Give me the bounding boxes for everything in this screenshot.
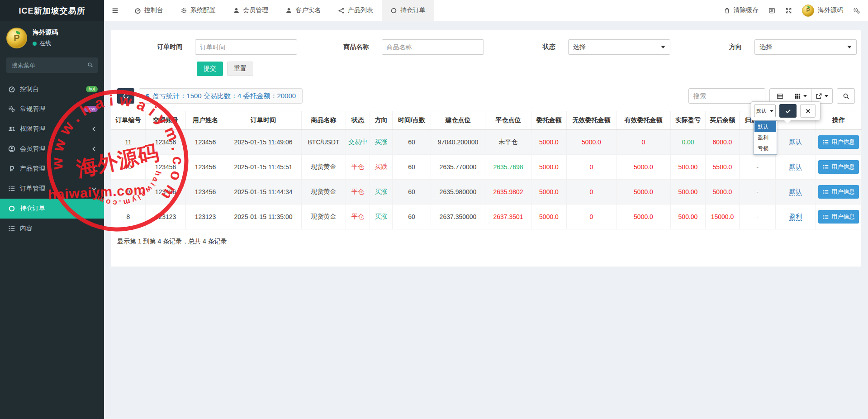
nav-item-label: 系统配置 (190, 6, 216, 14)
nav-item[interactable]: 控制台 (126, 0, 172, 21)
type-link[interactable]: 盈利 (789, 213, 802, 221)
cell-valid-amount: 5000.0 (617, 205, 671, 229)
caret-down-icon (770, 110, 773, 112)
cell-time: 2025-01-15 11:35:00 (225, 205, 302, 229)
cell-profit: 500.00 (671, 155, 706, 180)
filter-direction: 方向 选择 (670, 39, 857, 55)
cell-product: 现货黄金 (302, 205, 346, 229)
sidebar-search-input[interactable] (6, 57, 98, 73)
type-link[interactable]: 默认 (789, 188, 802, 196)
order-time-input[interactable] (195, 39, 297, 55)
sidebar-item[interactable]: 内容 (0, 219, 104, 238)
table-toolbar: $ 盈亏统计：1500 交易比数：4 委托金额：20000 (117, 88, 855, 104)
filter-product-name: 商品名称 (297, 39, 484, 55)
caret-down-icon (803, 95, 807, 97)
cell-type: 默认 (776, 130, 816, 155)
sidebar-search (6, 57, 98, 73)
cogs-icon (853, 7, 860, 14)
user-info-button[interactable]: 用户信息 (818, 210, 859, 224)
profit-stats: $ 盈亏统计：1500 交易比数：4 委托金额：20000 (139, 88, 303, 104)
column-header: 有效委托金额 (617, 111, 671, 130)
sidebar-item-label: 控制台 (20, 85, 39, 93)
nav-item[interactable]: 客户实名 (277, 0, 329, 21)
navbar-user-menu[interactable]: P 海外源码 (802, 5, 843, 17)
type-link[interactable]: 默认 (789, 138, 802, 146)
submit-button[interactable]: 提交 (197, 62, 223, 76)
cell-account: 123456 (146, 130, 186, 155)
column-header: 方向 (370, 111, 393, 130)
sidebar-item[interactable]: 控制台hot (0, 79, 104, 99)
search-button[interactable] (837, 88, 855, 104)
table-row: 81231231231232025-01-15 11:35:00现货黄金平仓买涨… (111, 205, 862, 229)
cell-invalid-amount: 0 (567, 155, 617, 180)
search-icon (87, 62, 93, 68)
cell-period: 60 (393, 180, 431, 205)
popup-select[interactable]: 默认 (754, 105, 776, 117)
filter-actions: 提交 重置 (197, 62, 861, 76)
nav-item[interactable]: 持仓订单 (382, 0, 434, 21)
popup-cancel-button[interactable] (800, 104, 816, 118)
type-link[interactable]: 默认 (789, 163, 802, 171)
sidebar-item[interactable]: 持仓订单 (0, 199, 104, 219)
column-header: 商品名称 (302, 111, 346, 130)
popup-option[interactable]: 亏损 (754, 143, 776, 154)
direction-select[interactable]: 选择 (754, 39, 857, 55)
cogs-icon (8, 105, 15, 113)
popup-option[interactable]: 盈利 (754, 132, 776, 143)
product-name-input[interactable] (382, 39, 484, 55)
nav-item-label: 持仓订单 (400, 6, 426, 14)
column-header: 用户姓名 (186, 111, 225, 130)
product-name-label: 商品名称 (297, 43, 381, 51)
sidebar-item[interactable]: 会员管理 (0, 139, 104, 159)
sidebar-item-label: 产品管理 (20, 165, 45, 173)
cell-username: 123456 (186, 130, 225, 155)
cell-status: 平仓 (346, 180, 370, 205)
cell-status: 交易中 (346, 130, 370, 155)
sidebar-toggle-button[interactable] (104, 0, 126, 21)
reset-button[interactable]: 重置 (227, 62, 253, 76)
cell-close-price: 2635.7698 (485, 155, 531, 180)
online-dot-icon (33, 42, 37, 46)
user-name: 海外源码 (33, 29, 58, 37)
list-icon (8, 225, 15, 232)
sidebar-item[interactable]: 权限管理 (0, 119, 104, 139)
cell-direction: 买涨 (370, 130, 393, 155)
user-info-button[interactable]: 用户信息 (818, 185, 859, 199)
nav-item[interactable]: 会员管理 (224, 0, 277, 21)
user-info-button[interactable]: 用户信息 (818, 135, 859, 149)
popup-confirm-button[interactable] (779, 104, 797, 118)
cell-close-price: 2635.9802 (485, 180, 531, 205)
caret-down-icon (847, 46, 852, 48)
sidebar-item[interactable]: 订单管理 (0, 179, 104, 199)
export-icon (816, 93, 822, 100)
popup-option[interactable]: 默认 (754, 121, 776, 132)
cell-time: 2025-01-15 11:44:34 (225, 180, 302, 205)
editable-popup: 默认 (751, 101, 821, 120)
column-header: 交易账号 (146, 111, 186, 130)
cell-status: 平仓 (346, 205, 370, 229)
nav-item[interactable]: 系统配置 (172, 0, 224, 21)
status-select[interactable]: 选择 (568, 39, 670, 55)
chev-left-icon (90, 145, 98, 152)
fullscreen-button[interactable] (785, 7, 792, 14)
clear-cache-button[interactable]: 清除缓存 (724, 6, 759, 14)
list-icon (822, 189, 829, 195)
cell-username: 123456 (186, 155, 225, 180)
column-header: 操作 (816, 111, 862, 130)
language-button[interactable] (768, 7, 775, 14)
cell-agent: - (740, 180, 776, 205)
settings-button[interactable] (853, 7, 860, 14)
sidebar-item[interactable]: 常规管理new (0, 99, 104, 119)
cell-account: 123456 (146, 180, 186, 205)
table-row: 111234561234562025-01-15 11:49:06BTC/USD… (111, 130, 862, 155)
user-status: 在线 (33, 39, 58, 48)
cell-amount: 5000.0 (531, 155, 567, 180)
user-info-button[interactable]: 用户信息 (818, 160, 859, 174)
sidebar-item[interactable]: 产品管理 (0, 159, 104, 179)
sidebar-item-label: 常规管理 (20, 105, 45, 113)
cell-balance: 5500.0 (706, 155, 740, 180)
list-icon (822, 214, 829, 220)
refresh-button[interactable] (117, 88, 134, 104)
nav-item[interactable]: 产品列表 (329, 0, 382, 21)
cell-product: 现货黄金 (302, 180, 346, 205)
